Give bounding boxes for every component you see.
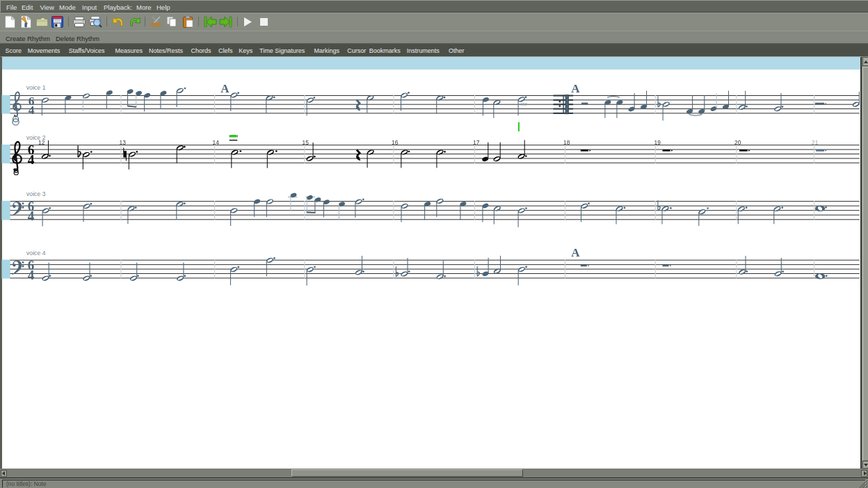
svg-text:voice 3: voice 3 [26, 190, 46, 197]
svg-text:13: 13 [120, 139, 127, 146]
svg-text:14: 14 [213, 139, 220, 146]
svg-text:A: A [571, 82, 580, 95]
svg-text:16: 16 [392, 139, 399, 146]
svg-text:voice 4: voice 4 [26, 250, 46, 257]
svg-text:4: 4 [28, 268, 35, 282]
svg-text:A: A [220, 82, 230, 95]
svg-text:A: A [571, 246, 580, 259]
svg-text:4: 4 [28, 152, 35, 167]
svg-text:4: 4 [29, 103, 35, 117]
svg-text:21: 21 [812, 139, 819, 146]
svg-text:Fine: Fine [517, 101, 527, 107]
svg-text:18: 18 [563, 139, 570, 146]
svg-text:20: 20 [734, 139, 741, 146]
svg-text:12: 12 [38, 139, 45, 146]
svg-text:15: 15 [303, 139, 310, 146]
svg-text:voice 1: voice 1 [26, 84, 46, 91]
svg-text:4: 4 [28, 209, 35, 223]
svg-text:19: 19 [654, 139, 661, 146]
svg-text:17: 17 [473, 139, 480, 146]
